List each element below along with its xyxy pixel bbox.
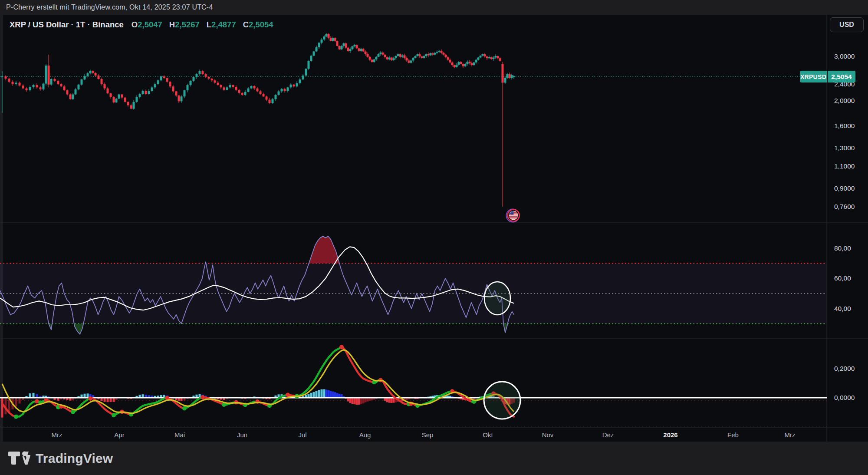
low-label: L — [207, 20, 211, 29]
chart-canvas[interactable] — [0, 0, 868, 475]
rsi-tick-label: 60,00 — [834, 274, 851, 282]
symbol-bar: XRP / US Dollar · 1T · Binance O2,5047H2… — [10, 19, 280, 30]
time-axis-label: Jun — [237, 431, 247, 439]
us-flag-event-icon — [506, 209, 519, 222]
time-axis-label: Nov — [542, 431, 554, 439]
time-axis-label: Sep — [422, 431, 434, 439]
tradingview-logo-text: TradingView — [36, 451, 113, 466]
price-tick-label: 1,3000 — [834, 144, 855, 152]
close-value: 2,5054 — [249, 20, 273, 29]
symbol-title[interactable]: XRP / US Dollar · 1T · Binance — [10, 20, 124, 30]
time-axis[interactable]: MrzAprMaiJunJulAugSepOktNovDez2026FebMrz — [0, 428, 827, 442]
time-axis-label: Okt — [483, 431, 493, 439]
high-label: H — [169, 20, 175, 29]
time-axis-label: Aug — [359, 431, 371, 439]
tradingview-logo[interactable]: TradingView — [8, 451, 113, 466]
time-axis-label: 2026 — [663, 431, 677, 439]
footer-bar: TradingView — [0, 442, 868, 475]
open-label: O — [132, 20, 138, 29]
time-axis-label: Mrz — [52, 431, 62, 439]
high-value: 2,5267 — [175, 20, 200, 29]
tradingview-chart-window: P-Cherry erstellt mit TradingView.com, O… — [0, 0, 868, 475]
rsi-tick-label: 80,00 — [834, 244, 851, 252]
open-value: 2,5047 — [138, 20, 162, 29]
time-axis-label: Dez — [602, 431, 614, 439]
currency-toggle-button[interactable]: USD — [830, 17, 864, 32]
ohlc-readout: O2,5047H2,5267L2,4877C2,5054 — [132, 20, 280, 30]
highlight-circle-annotation — [484, 282, 510, 315]
time-axis-label: Jul — [298, 431, 306, 439]
price-tick-label: 1,6000 — [834, 122, 855, 130]
price-tick-label: 1,1000 — [834, 162, 855, 170]
time-axis-label: Mrz — [785, 431, 796, 439]
macd-tick-label: 0,0000 — [834, 394, 855, 402]
price-tick-label: 2,0000 — [834, 97, 855, 105]
macd-tick-label: 0,2000 — [834, 365, 855, 373]
time-axis-label: Mai — [174, 431, 185, 439]
tradingview-logo-icon — [8, 451, 30, 466]
last-price-symbol: XRPUSD — [800, 71, 827, 82]
highlight-circle-annotation — [484, 382, 520, 419]
time-axis-label: Apr — [114, 431, 124, 439]
low-value: 2,4877 — [211, 20, 236, 29]
last-price-value: 2,5054 — [828, 71, 855, 82]
price-tick-label: 3,0000 — [834, 53, 855, 60]
price-tick-label: 0,9000 — [834, 185, 855, 192]
close-label: C — [243, 20, 249, 29]
time-axis-label: Feb — [727, 431, 739, 439]
price-tick-label: 0,7600 — [834, 203, 855, 211]
rsi-tick-label: 40,00 — [834, 305, 851, 313]
